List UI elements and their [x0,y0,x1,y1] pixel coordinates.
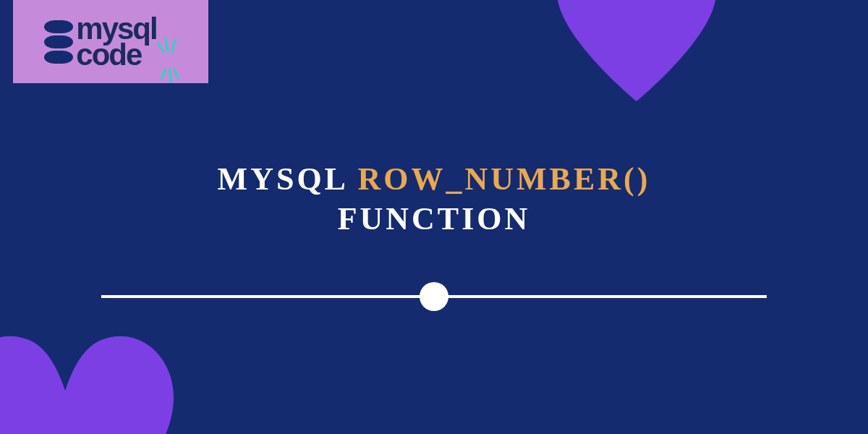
divider-dot [420,282,448,311]
logo-inner: mysql code [44,16,176,67]
logo-badge: mysql code [13,0,208,83]
corner-decoration [0,289,203,434]
title-line-1: MYSQL ROW_NUMBER() [0,159,868,199]
divider-line-right [447,295,767,298]
spark-icon [160,24,177,67]
title-part3: FUNCTION [338,201,531,237]
title-line-2: FUNCTION [0,199,868,239]
database-icon [44,20,73,64]
heart-decoration [550,0,723,109]
title-part2: ROW_NUMBER() [358,161,651,197]
logo-line2: code [76,42,156,68]
title-part1: MYSQL [218,161,347,197]
main-title: MYSQL ROW_NUMBER() FUNCTION [0,159,868,239]
logo-text: mysql code [76,16,156,67]
